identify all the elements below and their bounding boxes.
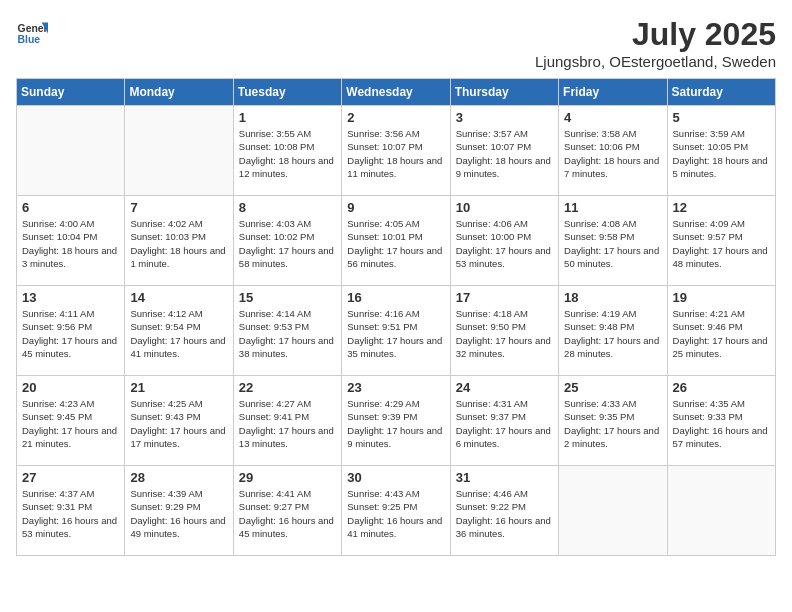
day-number: 12 (673, 200, 770, 215)
calendar-cell: 25Sunrise: 4:33 AM Sunset: 9:35 PM Dayli… (559, 376, 667, 466)
calendar-cell: 8Sunrise: 4:03 AM Sunset: 10:02 PM Dayli… (233, 196, 341, 286)
day-number: 4 (564, 110, 661, 125)
calendar-cell: 1Sunrise: 3:55 AM Sunset: 10:08 PM Dayli… (233, 106, 341, 196)
weekday-header-saturday: Saturday (667, 79, 775, 106)
day-info: Sunrise: 3:58 AM Sunset: 10:06 PM Daylig… (564, 127, 661, 180)
day-info: Sunrise: 4:43 AM Sunset: 9:25 PM Dayligh… (347, 487, 444, 540)
calendar-cell: 28Sunrise: 4:39 AM Sunset: 9:29 PM Dayli… (125, 466, 233, 556)
day-info: Sunrise: 3:59 AM Sunset: 10:05 PM Daylig… (673, 127, 770, 180)
calendar-cell (667, 466, 775, 556)
day-info: Sunrise: 4:03 AM Sunset: 10:02 PM Daylig… (239, 217, 336, 270)
calendar-cell: 14Sunrise: 4:12 AM Sunset: 9:54 PM Dayli… (125, 286, 233, 376)
calendar-cell (17, 106, 125, 196)
calendar-cell: 21Sunrise: 4:25 AM Sunset: 9:43 PM Dayli… (125, 376, 233, 466)
calendar-week-row: 20Sunrise: 4:23 AM Sunset: 9:45 PM Dayli… (17, 376, 776, 466)
day-number: 26 (673, 380, 770, 395)
logo: General Blue (16, 16, 48, 48)
day-info: Sunrise: 4:37 AM Sunset: 9:31 PM Dayligh… (22, 487, 119, 540)
calendar-cell: 24Sunrise: 4:31 AM Sunset: 9:37 PM Dayli… (450, 376, 558, 466)
weekday-header-tuesday: Tuesday (233, 79, 341, 106)
calendar-cell: 22Sunrise: 4:27 AM Sunset: 9:41 PM Dayli… (233, 376, 341, 466)
day-info: Sunrise: 4:19 AM Sunset: 9:48 PM Dayligh… (564, 307, 661, 360)
day-info: Sunrise: 4:18 AM Sunset: 9:50 PM Dayligh… (456, 307, 553, 360)
weekday-header-monday: Monday (125, 79, 233, 106)
svg-text:Blue: Blue (18, 34, 41, 45)
day-info: Sunrise: 4:46 AM Sunset: 9:22 PM Dayligh… (456, 487, 553, 540)
weekday-header-wednesday: Wednesday (342, 79, 450, 106)
page-header: General Blue July 2025 Ljungsbro, OEster… (16, 16, 776, 70)
calendar-cell: 16Sunrise: 4:16 AM Sunset: 9:51 PM Dayli… (342, 286, 450, 376)
day-number: 11 (564, 200, 661, 215)
day-info: Sunrise: 4:33 AM Sunset: 9:35 PM Dayligh… (564, 397, 661, 450)
day-info: Sunrise: 4:12 AM Sunset: 9:54 PM Dayligh… (130, 307, 227, 360)
day-number: 25 (564, 380, 661, 395)
day-info: Sunrise: 3:55 AM Sunset: 10:08 PM Daylig… (239, 127, 336, 180)
calendar-cell: 7Sunrise: 4:02 AM Sunset: 10:03 PM Dayli… (125, 196, 233, 286)
day-info: Sunrise: 3:57 AM Sunset: 10:07 PM Daylig… (456, 127, 553, 180)
day-info: Sunrise: 4:35 AM Sunset: 9:33 PM Dayligh… (673, 397, 770, 450)
day-number: 13 (22, 290, 119, 305)
day-number: 9 (347, 200, 444, 215)
day-number: 23 (347, 380, 444, 395)
day-number: 24 (456, 380, 553, 395)
calendar-cell: 19Sunrise: 4:21 AM Sunset: 9:46 PM Dayli… (667, 286, 775, 376)
calendar-cell: 23Sunrise: 4:29 AM Sunset: 9:39 PM Dayli… (342, 376, 450, 466)
day-info: Sunrise: 4:27 AM Sunset: 9:41 PM Dayligh… (239, 397, 336, 450)
calendar-cell: 13Sunrise: 4:11 AM Sunset: 9:56 PM Dayli… (17, 286, 125, 376)
calendar-cell: 2Sunrise: 3:56 AM Sunset: 10:07 PM Dayli… (342, 106, 450, 196)
day-info: Sunrise: 4:16 AM Sunset: 9:51 PM Dayligh… (347, 307, 444, 360)
calendar-week-row: 6Sunrise: 4:00 AM Sunset: 10:04 PM Dayli… (17, 196, 776, 286)
calendar-cell: 18Sunrise: 4:19 AM Sunset: 9:48 PM Dayli… (559, 286, 667, 376)
day-number: 27 (22, 470, 119, 485)
day-number: 3 (456, 110, 553, 125)
day-number: 8 (239, 200, 336, 215)
day-info: Sunrise: 4:39 AM Sunset: 9:29 PM Dayligh… (130, 487, 227, 540)
day-info: Sunrise: 4:05 AM Sunset: 10:01 PM Daylig… (347, 217, 444, 270)
day-info: Sunrise: 4:21 AM Sunset: 9:46 PM Dayligh… (673, 307, 770, 360)
calendar-table: SundayMondayTuesdayWednesdayThursdayFrid… (16, 78, 776, 556)
calendar-cell (559, 466, 667, 556)
weekday-header-friday: Friday (559, 79, 667, 106)
calendar-cell: 30Sunrise: 4:43 AM Sunset: 9:25 PM Dayli… (342, 466, 450, 556)
calendar-cell: 29Sunrise: 4:41 AM Sunset: 9:27 PM Dayli… (233, 466, 341, 556)
day-number: 30 (347, 470, 444, 485)
calendar-cell: 17Sunrise: 4:18 AM Sunset: 9:50 PM Dayli… (450, 286, 558, 376)
calendar-cell: 9Sunrise: 4:05 AM Sunset: 10:01 PM Dayli… (342, 196, 450, 286)
day-info: Sunrise: 4:25 AM Sunset: 9:43 PM Dayligh… (130, 397, 227, 450)
day-info: Sunrise: 4:09 AM Sunset: 9:57 PM Dayligh… (673, 217, 770, 270)
day-number: 14 (130, 290, 227, 305)
day-number: 31 (456, 470, 553, 485)
calendar-cell: 5Sunrise: 3:59 AM Sunset: 10:05 PM Dayli… (667, 106, 775, 196)
day-number: 5 (673, 110, 770, 125)
calendar-cell: 12Sunrise: 4:09 AM Sunset: 9:57 PM Dayli… (667, 196, 775, 286)
calendar-cell: 27Sunrise: 4:37 AM Sunset: 9:31 PM Dayli… (17, 466, 125, 556)
day-info: Sunrise: 4:00 AM Sunset: 10:04 PM Daylig… (22, 217, 119, 270)
day-number: 18 (564, 290, 661, 305)
calendar-cell: 15Sunrise: 4:14 AM Sunset: 9:53 PM Dayli… (233, 286, 341, 376)
day-number: 10 (456, 200, 553, 215)
calendar-cell: 3Sunrise: 3:57 AM Sunset: 10:07 PM Dayli… (450, 106, 558, 196)
day-number: 15 (239, 290, 336, 305)
calendar-cell: 26Sunrise: 4:35 AM Sunset: 9:33 PM Dayli… (667, 376, 775, 466)
calendar-week-row: 13Sunrise: 4:11 AM Sunset: 9:56 PM Dayli… (17, 286, 776, 376)
day-info: Sunrise: 4:14 AM Sunset: 9:53 PM Dayligh… (239, 307, 336, 360)
title-block: July 2025 Ljungsbro, OEstergoetland, Swe… (535, 16, 776, 70)
weekday-header-thursday: Thursday (450, 79, 558, 106)
day-number: 2 (347, 110, 444, 125)
day-number: 21 (130, 380, 227, 395)
day-info: Sunrise: 4:08 AM Sunset: 9:58 PM Dayligh… (564, 217, 661, 270)
day-number: 28 (130, 470, 227, 485)
day-number: 22 (239, 380, 336, 395)
day-number: 17 (456, 290, 553, 305)
day-info: Sunrise: 3:56 AM Sunset: 10:07 PM Daylig… (347, 127, 444, 180)
month-title: July 2025 (535, 16, 776, 53)
day-number: 6 (22, 200, 119, 215)
day-info: Sunrise: 4:29 AM Sunset: 9:39 PM Dayligh… (347, 397, 444, 450)
day-number: 16 (347, 290, 444, 305)
day-number: 29 (239, 470, 336, 485)
weekday-header-sunday: Sunday (17, 79, 125, 106)
calendar-cell: 20Sunrise: 4:23 AM Sunset: 9:45 PM Dayli… (17, 376, 125, 466)
calendar-cell (125, 106, 233, 196)
calendar-week-row: 27Sunrise: 4:37 AM Sunset: 9:31 PM Dayli… (17, 466, 776, 556)
day-info: Sunrise: 4:41 AM Sunset: 9:27 PM Dayligh… (239, 487, 336, 540)
